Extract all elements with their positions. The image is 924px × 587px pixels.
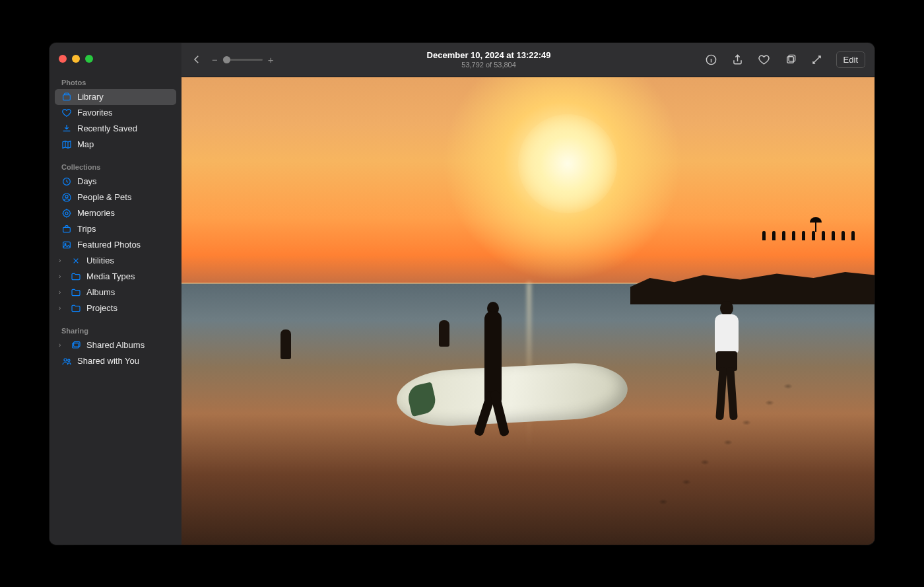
sidebar-item-label: People & Pets [77, 192, 170, 202]
svg-rect-15 [789, 55, 795, 61]
edit-button[interactable]: Edit [836, 52, 865, 68]
suitcase-icon [61, 224, 72, 234]
chevron-right-icon: › [59, 273, 65, 280]
photos-app-window: Photos Library Favorites Recently Saved … [50, 43, 874, 545]
chevron-right-icon: › [59, 257, 65, 264]
person-circle-icon [61, 192, 72, 203]
zoom-in-label[interactable]: + [268, 54, 274, 65]
sidebar-item-label: Trips [77, 224, 170, 234]
svg-point-4 [63, 209, 71, 217]
folder-icon [71, 303, 81, 314]
folder-icon [71, 287, 81, 298]
clock-icon [61, 176, 72, 187]
svg-rect-6 [63, 227, 71, 232]
map-icon [61, 139, 72, 150]
main-content: − + December 10, 2024 at 13:22:49 53,792… [182, 43, 874, 545]
sidebar-item-memories[interactable]: Memories [55, 205, 176, 221]
favorite-button[interactable] [757, 52, 772, 67]
sidebar-item-albums[interactable]: › Albums [55, 285, 176, 300]
chevron-right-icon: › [59, 289, 65, 296]
toolbar: − + December 10, 2024 at 13:22:49 53,792… [182, 43, 874, 77]
people-icon [61, 356, 72, 366]
share-button[interactable] [731, 52, 745, 67]
folder-icon [71, 271, 81, 282]
featured-photo-icon [61, 240, 72, 250]
back-button[interactable] [191, 53, 203, 65]
zoom-out-label[interactable]: − [212, 54, 218, 65]
sidebar-item-featured-photos[interactable]: Featured Photos [55, 237, 176, 253]
download-clock-icon [61, 123, 72, 134]
sidebar-item-people-pets[interactable]: People & Pets [55, 190, 176, 205]
sidebar-item-label: Recently Saved [77, 123, 170, 133]
shared-albums-icon [71, 340, 81, 351]
sidebar-section-photos: Photos [55, 75, 176, 89]
sidebar-item-label: Map [77, 139, 170, 149]
zoom-control[interactable]: − + [212, 54, 274, 65]
sidebar-item-label: Days [77, 176, 170, 186]
sidebar-section-sharing: Sharing [55, 323, 176, 337]
svg-point-12 [68, 359, 70, 361]
photo-position: 53,792 of 53,804 [274, 61, 704, 69]
auto-enhance-button[interactable] [810, 52, 824, 67]
sidebar-item-favorites[interactable]: Favorites [55, 105, 176, 121]
close-window-button[interactable] [59, 55, 67, 63]
tools-icon [71, 256, 81, 266]
sidebar-item-label: Shared Albums [86, 340, 170, 350]
sidebar-section-collections: Collections [55, 159, 176, 174]
sidebar-item-label: Media Types [86, 271, 170, 281]
sidebar-item-media-types[interactable]: › Media Types [55, 269, 176, 285]
rotate-button[interactable] [783, 52, 798, 67]
info-button[interactable] [704, 52, 719, 67]
photo-stack-icon [61, 92, 72, 102]
photo-viewer[interactable] [182, 77, 874, 545]
svg-point-3 [65, 195, 68, 197]
memories-icon [61, 208, 72, 219]
sidebar-item-label: Featured Photos [77, 240, 170, 250]
minimize-window-button[interactable] [72, 55, 80, 63]
sidebar-item-shared-with-you[interactable]: Shared with You [55, 353, 176, 369]
sidebar-item-map[interactable]: Map [55, 137, 176, 153]
sidebar-item-recently-saved[interactable]: Recently Saved [55, 121, 176, 137]
sidebar-item-utilities[interactable]: › Utilities [55, 253, 176, 269]
sidebar-item-days[interactable]: Days [55, 174, 176, 190]
sidebar-item-label: Memories [77, 208, 170, 218]
chevron-right-icon: › [59, 341, 65, 349]
window-controls [55, 51, 176, 75]
svg-point-5 [65, 212, 68, 215]
sidebar-item-label: Utilities [86, 256, 170, 265]
sidebar-item-trips[interactable]: Trips [55, 221, 176, 237]
sidebar-item-library[interactable]: Library [55, 89, 176, 105]
chevron-right-icon: › [59, 304, 65, 312]
sidebar: Photos Library Favorites Recently Saved … [50, 43, 182, 545]
sidebar-item-label: Library [77, 92, 170, 102]
sidebar-item-shared-albums[interactable]: › Shared Albums [55, 337, 176, 353]
svg-rect-9 [73, 343, 79, 347]
svg-rect-0 [63, 94, 71, 100]
sidebar-item-label: Projects [86, 303, 170, 313]
sidebar-item-label: Shared with You [77, 356, 170, 366]
sidebar-item-projects[interactable]: › Projects [55, 300, 176, 316]
photo-image [182, 77, 874, 545]
svg-point-11 [64, 359, 67, 361]
photo-title: December 10, 2024 at 13:22:49 [274, 50, 704, 60]
fullscreen-window-button[interactable] [85, 55, 93, 63]
sidebar-item-label: Albums [86, 287, 170, 297]
sidebar-item-label: Favorites [77, 108, 170, 118]
svg-rect-14 [787, 56, 794, 63]
svg-rect-7 [63, 242, 71, 248]
zoom-slider[interactable] [223, 59, 263, 61]
heart-outline-icon [61, 108, 72, 118]
